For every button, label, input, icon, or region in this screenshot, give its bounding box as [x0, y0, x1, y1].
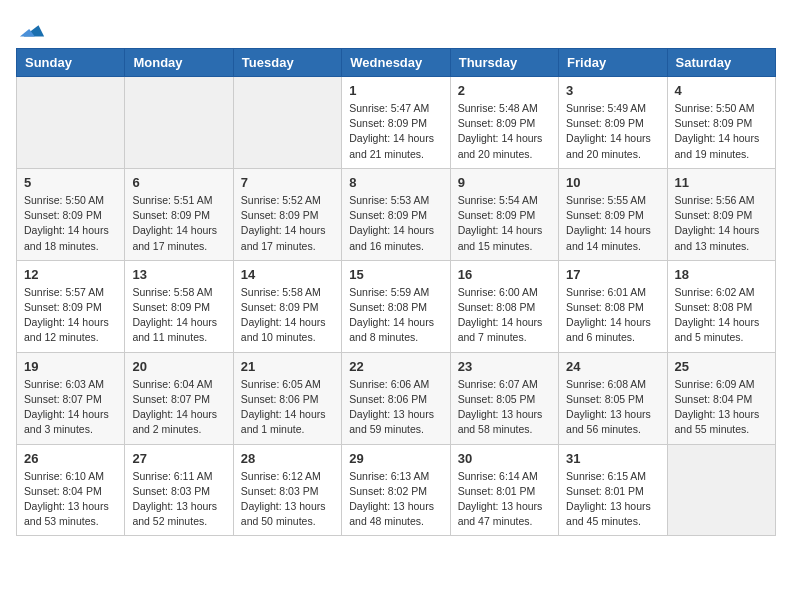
calendar-cell: 19Sunrise: 6:03 AM Sunset: 8:07 PM Dayli… — [17, 352, 125, 444]
calendar-cell: 2Sunrise: 5:48 AM Sunset: 8:09 PM Daylig… — [450, 77, 558, 169]
day-info: Sunrise: 6:13 AM Sunset: 8:02 PM Dayligh… — [349, 469, 442, 530]
day-number: 4 — [675, 83, 768, 98]
calendar-cell — [667, 444, 775, 536]
col-header-sunday: Sunday — [17, 49, 125, 77]
day-number: 13 — [132, 267, 225, 282]
day-info: Sunrise: 6:09 AM Sunset: 8:04 PM Dayligh… — [675, 377, 768, 438]
day-number: 14 — [241, 267, 334, 282]
day-number: 31 — [566, 451, 659, 466]
day-info: Sunrise: 5:57 AM Sunset: 8:09 PM Dayligh… — [24, 285, 117, 346]
calendar-cell: 11Sunrise: 5:56 AM Sunset: 8:09 PM Dayli… — [667, 168, 775, 260]
calendar-cell: 17Sunrise: 6:01 AM Sunset: 8:08 PM Dayli… — [559, 260, 667, 352]
col-header-thursday: Thursday — [450, 49, 558, 77]
day-number: 16 — [458, 267, 551, 282]
day-info: Sunrise: 5:48 AM Sunset: 8:09 PM Dayligh… — [458, 101, 551, 162]
calendar-cell: 26Sunrise: 6:10 AM Sunset: 8:04 PM Dayli… — [17, 444, 125, 536]
day-number: 26 — [24, 451, 117, 466]
calendar-cell: 1Sunrise: 5:47 AM Sunset: 8:09 PM Daylig… — [342, 77, 450, 169]
day-info: Sunrise: 5:52 AM Sunset: 8:09 PM Dayligh… — [241, 193, 334, 254]
calendar-cell: 21Sunrise: 6:05 AM Sunset: 8:06 PM Dayli… — [233, 352, 341, 444]
day-info: Sunrise: 5:47 AM Sunset: 8:09 PM Dayligh… — [349, 101, 442, 162]
day-number: 6 — [132, 175, 225, 190]
day-number: 28 — [241, 451, 334, 466]
day-info: Sunrise: 6:01 AM Sunset: 8:08 PM Dayligh… — [566, 285, 659, 346]
day-number: 3 — [566, 83, 659, 98]
calendar-cell: 28Sunrise: 6:12 AM Sunset: 8:03 PM Dayli… — [233, 444, 341, 536]
calendar-cell: 22Sunrise: 6:06 AM Sunset: 8:06 PM Dayli… — [342, 352, 450, 444]
day-number: 29 — [349, 451, 442, 466]
day-info: Sunrise: 6:05 AM Sunset: 8:06 PM Dayligh… — [241, 377, 334, 438]
day-info: Sunrise: 6:02 AM Sunset: 8:08 PM Dayligh… — [675, 285, 768, 346]
calendar-header-row: SundayMondayTuesdayWednesdayThursdayFrid… — [17, 49, 776, 77]
day-info: Sunrise: 6:07 AM Sunset: 8:05 PM Dayligh… — [458, 377, 551, 438]
logo — [16, 16, 46, 44]
calendar-cell — [17, 77, 125, 169]
day-number: 7 — [241, 175, 334, 190]
calendar-cell: 24Sunrise: 6:08 AM Sunset: 8:05 PM Dayli… — [559, 352, 667, 444]
day-number: 30 — [458, 451, 551, 466]
calendar-cell: 15Sunrise: 5:59 AM Sunset: 8:08 PM Dayli… — [342, 260, 450, 352]
calendar-table: SundayMondayTuesdayWednesdayThursdayFrid… — [16, 48, 776, 536]
day-number: 11 — [675, 175, 768, 190]
day-number: 8 — [349, 175, 442, 190]
calendar-week-row: 1Sunrise: 5:47 AM Sunset: 8:09 PM Daylig… — [17, 77, 776, 169]
calendar-cell: 27Sunrise: 6:11 AM Sunset: 8:03 PM Dayli… — [125, 444, 233, 536]
calendar-cell: 23Sunrise: 6:07 AM Sunset: 8:05 PM Dayli… — [450, 352, 558, 444]
calendar-cell: 12Sunrise: 5:57 AM Sunset: 8:09 PM Dayli… — [17, 260, 125, 352]
col-header-tuesday: Tuesday — [233, 49, 341, 77]
day-number: 20 — [132, 359, 225, 374]
day-info: Sunrise: 5:49 AM Sunset: 8:09 PM Dayligh… — [566, 101, 659, 162]
day-number: 23 — [458, 359, 551, 374]
calendar-cell: 7Sunrise: 5:52 AM Sunset: 8:09 PM Daylig… — [233, 168, 341, 260]
day-number: 9 — [458, 175, 551, 190]
day-info: Sunrise: 6:12 AM Sunset: 8:03 PM Dayligh… — [241, 469, 334, 530]
day-number: 17 — [566, 267, 659, 282]
calendar-cell: 16Sunrise: 6:00 AM Sunset: 8:08 PM Dayli… — [450, 260, 558, 352]
calendar-week-row: 12Sunrise: 5:57 AM Sunset: 8:09 PM Dayli… — [17, 260, 776, 352]
day-info: Sunrise: 6:08 AM Sunset: 8:05 PM Dayligh… — [566, 377, 659, 438]
day-number: 5 — [24, 175, 117, 190]
day-number: 24 — [566, 359, 659, 374]
calendar-week-row: 5Sunrise: 5:50 AM Sunset: 8:09 PM Daylig… — [17, 168, 776, 260]
calendar-cell — [125, 77, 233, 169]
calendar-cell: 10Sunrise: 5:55 AM Sunset: 8:09 PM Dayli… — [559, 168, 667, 260]
calendar-cell: 18Sunrise: 6:02 AM Sunset: 8:08 PM Dayli… — [667, 260, 775, 352]
calendar-cell: 4Sunrise: 5:50 AM Sunset: 8:09 PM Daylig… — [667, 77, 775, 169]
day-info: Sunrise: 5:55 AM Sunset: 8:09 PM Dayligh… — [566, 193, 659, 254]
day-info: Sunrise: 5:50 AM Sunset: 8:09 PM Dayligh… — [24, 193, 117, 254]
calendar-week-row: 26Sunrise: 6:10 AM Sunset: 8:04 PM Dayli… — [17, 444, 776, 536]
day-info: Sunrise: 5:54 AM Sunset: 8:09 PM Dayligh… — [458, 193, 551, 254]
day-number: 12 — [24, 267, 117, 282]
calendar-cell: 3Sunrise: 5:49 AM Sunset: 8:09 PM Daylig… — [559, 77, 667, 169]
day-number: 19 — [24, 359, 117, 374]
day-info: Sunrise: 6:11 AM Sunset: 8:03 PM Dayligh… — [132, 469, 225, 530]
calendar-cell: 14Sunrise: 5:58 AM Sunset: 8:09 PM Dayli… — [233, 260, 341, 352]
day-number: 21 — [241, 359, 334, 374]
col-header-friday: Friday — [559, 49, 667, 77]
day-number: 18 — [675, 267, 768, 282]
day-info: Sunrise: 5:59 AM Sunset: 8:08 PM Dayligh… — [349, 285, 442, 346]
col-header-saturday: Saturday — [667, 49, 775, 77]
day-info: Sunrise: 6:10 AM Sunset: 8:04 PM Dayligh… — [24, 469, 117, 530]
day-number: 10 — [566, 175, 659, 190]
day-info: Sunrise: 6:15 AM Sunset: 8:01 PM Dayligh… — [566, 469, 659, 530]
day-info: Sunrise: 6:04 AM Sunset: 8:07 PM Dayligh… — [132, 377, 225, 438]
day-number: 2 — [458, 83, 551, 98]
calendar-week-row: 19Sunrise: 6:03 AM Sunset: 8:07 PM Dayli… — [17, 352, 776, 444]
logo-icon — [18, 16, 46, 44]
calendar-cell — [233, 77, 341, 169]
col-header-monday: Monday — [125, 49, 233, 77]
day-info: Sunrise: 6:06 AM Sunset: 8:06 PM Dayligh… — [349, 377, 442, 438]
day-info: Sunrise: 5:56 AM Sunset: 8:09 PM Dayligh… — [675, 193, 768, 254]
page-header — [16, 16, 776, 44]
day-number: 15 — [349, 267, 442, 282]
day-info: Sunrise: 6:14 AM Sunset: 8:01 PM Dayligh… — [458, 469, 551, 530]
calendar-cell: 6Sunrise: 5:51 AM Sunset: 8:09 PM Daylig… — [125, 168, 233, 260]
calendar-cell: 31Sunrise: 6:15 AM Sunset: 8:01 PM Dayli… — [559, 444, 667, 536]
day-info: Sunrise: 6:00 AM Sunset: 8:08 PM Dayligh… — [458, 285, 551, 346]
calendar-cell: 20Sunrise: 6:04 AM Sunset: 8:07 PM Dayli… — [125, 352, 233, 444]
calendar-cell: 8Sunrise: 5:53 AM Sunset: 8:09 PM Daylig… — [342, 168, 450, 260]
day-number: 25 — [675, 359, 768, 374]
calendar-cell: 29Sunrise: 6:13 AM Sunset: 8:02 PM Dayli… — [342, 444, 450, 536]
calendar-cell: 9Sunrise: 5:54 AM Sunset: 8:09 PM Daylig… — [450, 168, 558, 260]
